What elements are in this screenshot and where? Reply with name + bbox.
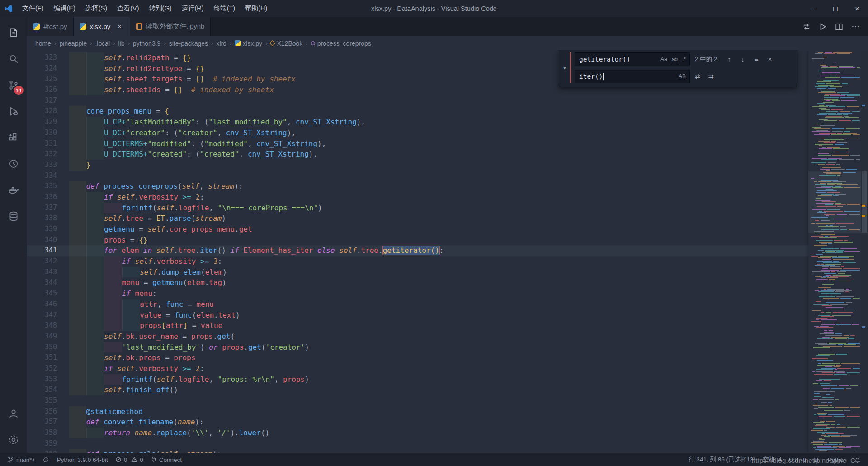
code-line[interactable]: 358 return name.replace('\\', '/').lower… bbox=[27, 428, 808, 438]
code-line[interactable]: 346 attr, func = menu bbox=[27, 299, 808, 310]
run-python-file-icon[interactable] bbox=[816, 20, 830, 33]
breadcrumb-item-lib[interactable]: lib bbox=[117, 40, 125, 47]
line-number[interactable]: 353 bbox=[27, 374, 67, 385]
vertical-scrollbar[interactable] bbox=[861, 50, 868, 453]
menu-item-7[interactable]: 帮助(H) bbox=[240, 0, 272, 17]
line-number[interactable]: 351 bbox=[27, 352, 67, 363]
line-number[interactable]: 356 bbox=[27, 406, 67, 417]
notifications-bell-icon[interactable] bbox=[850, 453, 864, 466]
code-line[interactable]: 331 U_DCTERMS+"modified": ("modified", c… bbox=[27, 138, 808, 149]
code-line[interactable]: 350 'last_modified_by') or props.get('cr… bbox=[27, 342, 808, 353]
match-case-icon[interactable]: Aa bbox=[659, 55, 669, 63]
preserve-case-icon[interactable]: AB bbox=[677, 72, 688, 81]
language-mode-item[interactable]: Python bbox=[824, 453, 850, 466]
line-number[interactable]: 334 bbox=[27, 171, 67, 181]
close-find-icon[interactable]: × bbox=[764, 53, 776, 65]
extensions-icon[interactable] bbox=[0, 124, 27, 151]
line-number[interactable]: 360 bbox=[27, 449, 67, 453]
code-line[interactable]: 349 self.bk.user_name = props.get( bbox=[27, 331, 808, 342]
line-number[interactable]: 346 bbox=[27, 299, 67, 310]
find-query-text[interactable]: getiterator() bbox=[579, 56, 659, 63]
next-match-icon[interactable]: ↓ bbox=[737, 53, 749, 65]
code-line[interactable]: 333 } bbox=[27, 160, 808, 171]
menu-item-5[interactable]: 运行(R) bbox=[176, 0, 208, 17]
line-number[interactable]: 348 bbox=[27, 320, 67, 331]
git-branch-item[interactable]: main*+ bbox=[4, 453, 39, 466]
python-interpreter-item[interactable]: Python 3.9.0 64-bit bbox=[53, 453, 111, 466]
open-changes-icon[interactable] bbox=[799, 20, 814, 33]
breadcrumb-item-process_coreprops[interactable]: process_coreprops bbox=[310, 40, 372, 47]
menu-item-2[interactable]: 选择(S) bbox=[80, 0, 112, 17]
line-number[interactable]: 332 bbox=[27, 149, 67, 160]
menu-item-1[interactable]: 编辑(E) bbox=[49, 0, 80, 17]
line-number[interactable]: 337 bbox=[27, 203, 67, 214]
code-line[interactable]: 351 self.bk.props = props bbox=[27, 352, 808, 363]
close-button[interactable]: × bbox=[846, 0, 868, 17]
line-number[interactable]: 335 bbox=[27, 181, 67, 192]
line-number[interactable]: 345 bbox=[27, 288, 67, 299]
docker-icon[interactable] bbox=[0, 177, 27, 203]
maximize-button[interactable]: ◻ bbox=[825, 0, 846, 17]
code-line[interactable]: 344 menu = getmenu(elem.tag) bbox=[27, 277, 808, 288]
find-input[interactable]: getiterator() Aa ab .* bbox=[575, 52, 690, 66]
line-number[interactable]: 323 bbox=[27, 52, 67, 63]
settings-gear-icon[interactable] bbox=[0, 427, 27, 453]
line-number[interactable]: 342 bbox=[27, 256, 67, 267]
indentation-item[interactable]: 空格: 4 bbox=[759, 453, 785, 466]
breadcrumb-item-python3.9[interactable]: python3.9 bbox=[132, 40, 162, 47]
code-line[interactable]: 348 props[attr] = value bbox=[27, 320, 808, 331]
line-number[interactable]: 340 bbox=[27, 235, 67, 246]
split-editor-icon[interactable] bbox=[832, 20, 846, 33]
tab-#test.py[interactable]: #test.py bbox=[27, 17, 74, 36]
code-line[interactable]: 336 if self.verbosity >= 2: bbox=[27, 192, 808, 203]
find-in-selection-icon[interactable]: ≡ bbox=[750, 53, 763, 65]
replace-input[interactable]: iter() AB bbox=[575, 70, 690, 83]
breadcrumb-item-xlsx.py[interactable]: xlsx.py bbox=[234, 40, 263, 47]
line-number[interactable]: 355 bbox=[27, 395, 67, 406]
code-line[interactable]: 327 bbox=[27, 95, 808, 106]
code-line[interactable]: 352 if self.verbosity >= 2: bbox=[27, 363, 808, 374]
code-line[interactable]: 360 def process_rels(self, stream): bbox=[27, 449, 808, 453]
encoding-item[interactable]: UTF-8 bbox=[785, 453, 810, 466]
tab-close-icon[interactable]: × bbox=[115, 22, 124, 31]
code-line[interactable]: 353 fprintf(self.logfile, "props: %r\n",… bbox=[27, 374, 808, 385]
menu-item-6[interactable]: 终端(T) bbox=[209, 0, 241, 17]
code-line[interactable]: 339 getmenu = self.core_props_menu.get bbox=[27, 224, 808, 235]
menu-item-0[interactable]: 文件(F) bbox=[17, 0, 49, 17]
code-line[interactable]: 359 bbox=[27, 438, 808, 449]
code-line[interactable]: 330 U_DC+"creator": ("creator", cnv_ST_X… bbox=[27, 128, 808, 138]
replace-button[interactable]: ⇄ bbox=[691, 70, 703, 82]
tab-xlsx.py[interactable]: xlsx.py× bbox=[74, 17, 131, 36]
line-number[interactable]: 326 bbox=[27, 85, 67, 95]
breadcrumb-item-xlrd[interactable]: xlrd bbox=[215, 40, 227, 47]
line-number[interactable]: 344 bbox=[27, 277, 67, 288]
line-number[interactable]: 354 bbox=[27, 385, 67, 395]
code-line[interactable]: 329 U_CP+"lastModifiedBy": ("last_modifi… bbox=[27, 117, 808, 128]
line-number[interactable]: 325 bbox=[27, 74, 67, 85]
code-line[interactable]: 337 fprintf(self.logfile, "\n=== corePro… bbox=[27, 203, 808, 214]
sync-icon[interactable] bbox=[39, 453, 53, 466]
line-number[interactable]: 350 bbox=[27, 342, 67, 353]
code-line[interactable]: 343 self.dump_elem(elem) bbox=[27, 267, 808, 278]
code-line[interactable]: 357 def convert_filename(name): bbox=[27, 417, 808, 428]
run-debug-icon[interactable] bbox=[0, 98, 27, 124]
database-icon[interactable] bbox=[0, 203, 27, 229]
code-line[interactable]: 340 props = {} bbox=[27, 235, 808, 246]
more-actions-icon[interactable]: ⋯ bbox=[848, 20, 863, 33]
history-icon[interactable] bbox=[0, 151, 27, 177]
code-line[interactable]: 335 def process_coreprops(self, stream): bbox=[27, 181, 808, 192]
line-number[interactable]: 349 bbox=[27, 331, 67, 342]
regex-icon[interactable]: .* bbox=[680, 55, 688, 63]
menu-item-3[interactable]: 查看(V) bbox=[112, 0, 144, 17]
breadcrumb-item-home[interactable]: home bbox=[34, 40, 52, 47]
line-number[interactable]: 327 bbox=[27, 95, 67, 106]
line-number[interactable]: 341 bbox=[27, 245, 67, 256]
previous-match-icon[interactable]: ↑ bbox=[723, 53, 736, 65]
whole-word-icon[interactable]: ab bbox=[670, 55, 679, 63]
breadcrumb-item-site-packages[interactable]: site-packages bbox=[168, 40, 209, 47]
code-line[interactable]: 356 @staticmethod bbox=[27, 406, 808, 417]
line-number[interactable]: 358 bbox=[27, 428, 67, 438]
code-line[interactable]: 345 if menu: bbox=[27, 288, 808, 299]
line-number[interactable]: 338 bbox=[27, 213, 67, 224]
scrollbar-slider[interactable] bbox=[862, 171, 867, 233]
